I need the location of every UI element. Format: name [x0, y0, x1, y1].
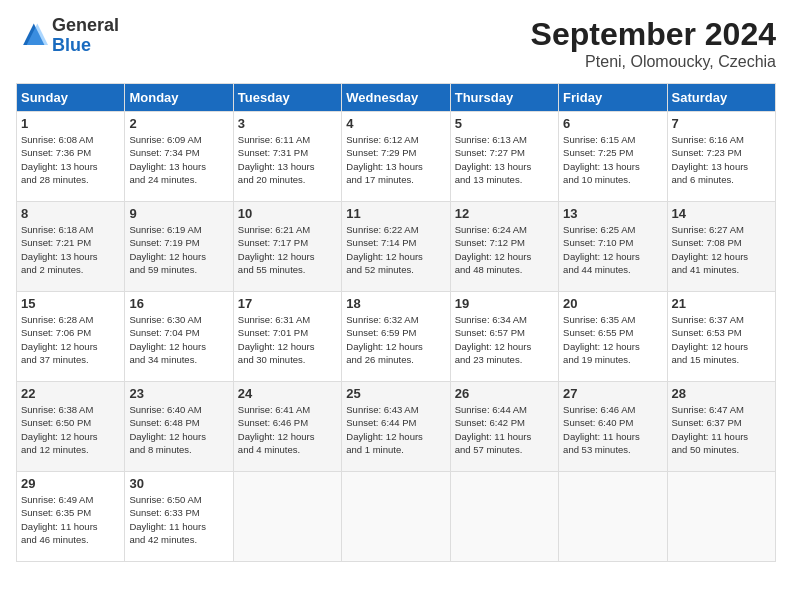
calendar-cell: 11Sunrise: 6:22 AM Sunset: 7:14 PM Dayli… — [342, 202, 450, 292]
calendar-cell: 16Sunrise: 6:30 AM Sunset: 7:04 PM Dayli… — [125, 292, 233, 382]
col-saturday: Saturday — [667, 84, 775, 112]
day-number: 19 — [455, 296, 554, 311]
day-number: 7 — [672, 116, 771, 131]
logo-icon — [16, 20, 48, 52]
location-title: Pteni, Olomoucky, Czechia — [531, 53, 776, 71]
day-info: Sunrise: 6:32 AM Sunset: 6:59 PM Dayligh… — [346, 313, 445, 366]
day-info: Sunrise: 6:50 AM Sunset: 6:33 PM Dayligh… — [129, 493, 228, 546]
calendar-cell: 9Sunrise: 6:19 AM Sunset: 7:19 PM Daylig… — [125, 202, 233, 292]
calendar-cell: 3Sunrise: 6:11 AM Sunset: 7:31 PM Daylig… — [233, 112, 341, 202]
col-friday: Friday — [559, 84, 667, 112]
day-info: Sunrise: 6:16 AM Sunset: 7:23 PM Dayligh… — [672, 133, 771, 186]
col-sunday: Sunday — [17, 84, 125, 112]
day-number: 4 — [346, 116, 445, 131]
day-number: 27 — [563, 386, 662, 401]
calendar-cell: 10Sunrise: 6:21 AM Sunset: 7:17 PM Dayli… — [233, 202, 341, 292]
calendar-row: 22Sunrise: 6:38 AM Sunset: 6:50 PM Dayli… — [17, 382, 776, 472]
day-info: Sunrise: 6:37 AM Sunset: 6:53 PM Dayligh… — [672, 313, 771, 366]
calendar-cell: 15Sunrise: 6:28 AM Sunset: 7:06 PM Dayli… — [17, 292, 125, 382]
calendar-cell: 14Sunrise: 6:27 AM Sunset: 7:08 PM Dayli… — [667, 202, 775, 292]
calendar-cell: 13Sunrise: 6:25 AM Sunset: 7:10 PM Dayli… — [559, 202, 667, 292]
calendar-cell: 30Sunrise: 6:50 AM Sunset: 6:33 PM Dayli… — [125, 472, 233, 562]
day-number: 2 — [129, 116, 228, 131]
calendar-cell: 5Sunrise: 6:13 AM Sunset: 7:27 PM Daylig… — [450, 112, 558, 202]
calendar-cell: 24Sunrise: 6:41 AM Sunset: 6:46 PM Dayli… — [233, 382, 341, 472]
day-info: Sunrise: 6:21 AM Sunset: 7:17 PM Dayligh… — [238, 223, 337, 276]
calendar-cell — [450, 472, 558, 562]
day-info: Sunrise: 6:22 AM Sunset: 7:14 PM Dayligh… — [346, 223, 445, 276]
calendar-cell: 1Sunrise: 6:08 AM Sunset: 7:36 PM Daylig… — [17, 112, 125, 202]
day-info: Sunrise: 6:08 AM Sunset: 7:36 PM Dayligh… — [21, 133, 120, 186]
day-number: 5 — [455, 116, 554, 131]
day-info: Sunrise: 6:28 AM Sunset: 7:06 PM Dayligh… — [21, 313, 120, 366]
day-number: 29 — [21, 476, 120, 491]
calendar-cell: 17Sunrise: 6:31 AM Sunset: 7:01 PM Dayli… — [233, 292, 341, 382]
day-number: 24 — [238, 386, 337, 401]
calendar-cell: 29Sunrise: 6:49 AM Sunset: 6:35 PM Dayli… — [17, 472, 125, 562]
day-info: Sunrise: 6:35 AM Sunset: 6:55 PM Dayligh… — [563, 313, 662, 366]
day-number: 16 — [129, 296, 228, 311]
calendar-cell: 21Sunrise: 6:37 AM Sunset: 6:53 PM Dayli… — [667, 292, 775, 382]
day-number: 28 — [672, 386, 771, 401]
day-info: Sunrise: 6:38 AM Sunset: 6:50 PM Dayligh… — [21, 403, 120, 456]
calendar-row: 15Sunrise: 6:28 AM Sunset: 7:06 PM Dayli… — [17, 292, 776, 382]
calendar-cell: 25Sunrise: 6:43 AM Sunset: 6:44 PM Dayli… — [342, 382, 450, 472]
day-info: Sunrise: 6:46 AM Sunset: 6:40 PM Dayligh… — [563, 403, 662, 456]
calendar-cell — [342, 472, 450, 562]
day-number: 30 — [129, 476, 228, 491]
calendar-row: 1Sunrise: 6:08 AM Sunset: 7:36 PM Daylig… — [17, 112, 776, 202]
calendar-row: 8Sunrise: 6:18 AM Sunset: 7:21 PM Daylig… — [17, 202, 776, 292]
day-info: Sunrise: 6:09 AM Sunset: 7:34 PM Dayligh… — [129, 133, 228, 186]
day-number: 14 — [672, 206, 771, 221]
col-tuesday: Tuesday — [233, 84, 341, 112]
day-info: Sunrise: 6:49 AM Sunset: 6:35 PM Dayligh… — [21, 493, 120, 546]
day-number: 15 — [21, 296, 120, 311]
day-info: Sunrise: 6:15 AM Sunset: 7:25 PM Dayligh… — [563, 133, 662, 186]
day-info: Sunrise: 6:44 AM Sunset: 6:42 PM Dayligh… — [455, 403, 554, 456]
day-number: 22 — [21, 386, 120, 401]
calendar-cell: 7Sunrise: 6:16 AM Sunset: 7:23 PM Daylig… — [667, 112, 775, 202]
day-info: Sunrise: 6:34 AM Sunset: 6:57 PM Dayligh… — [455, 313, 554, 366]
calendar-cell: 20Sunrise: 6:35 AM Sunset: 6:55 PM Dayli… — [559, 292, 667, 382]
calendar-table: Sunday Monday Tuesday Wednesday Thursday… — [16, 83, 776, 562]
page-header: General Blue September 2024 Pteni, Olomo… — [16, 16, 776, 71]
day-number: 25 — [346, 386, 445, 401]
calendar-cell: 26Sunrise: 6:44 AM Sunset: 6:42 PM Dayli… — [450, 382, 558, 472]
calendar-cell — [667, 472, 775, 562]
calendar-cell: 19Sunrise: 6:34 AM Sunset: 6:57 PM Dayli… — [450, 292, 558, 382]
col-wednesday: Wednesday — [342, 84, 450, 112]
day-number: 21 — [672, 296, 771, 311]
day-info: Sunrise: 6:25 AM Sunset: 7:10 PM Dayligh… — [563, 223, 662, 276]
logo-general-text: General — [52, 15, 119, 35]
calendar-cell: 22Sunrise: 6:38 AM Sunset: 6:50 PM Dayli… — [17, 382, 125, 472]
day-info: Sunrise: 6:30 AM Sunset: 7:04 PM Dayligh… — [129, 313, 228, 366]
col-monday: Monday — [125, 84, 233, 112]
day-number: 23 — [129, 386, 228, 401]
calendar-cell: 2Sunrise: 6:09 AM Sunset: 7:34 PM Daylig… — [125, 112, 233, 202]
day-info: Sunrise: 6:41 AM Sunset: 6:46 PM Dayligh… — [238, 403, 337, 456]
day-number: 18 — [346, 296, 445, 311]
calendar-cell — [559, 472, 667, 562]
day-number: 6 — [563, 116, 662, 131]
logo: General Blue — [16, 16, 119, 56]
calendar-cell: 18Sunrise: 6:32 AM Sunset: 6:59 PM Dayli… — [342, 292, 450, 382]
day-info: Sunrise: 6:12 AM Sunset: 7:29 PM Dayligh… — [346, 133, 445, 186]
day-info: Sunrise: 6:31 AM Sunset: 7:01 PM Dayligh… — [238, 313, 337, 366]
day-info: Sunrise: 6:43 AM Sunset: 6:44 PM Dayligh… — [346, 403, 445, 456]
day-number: 20 — [563, 296, 662, 311]
day-info: Sunrise: 6:40 AM Sunset: 6:48 PM Dayligh… — [129, 403, 228, 456]
calendar-header-row: Sunday Monday Tuesday Wednesday Thursday… — [17, 84, 776, 112]
day-number: 3 — [238, 116, 337, 131]
calendar-cell — [233, 472, 341, 562]
day-info: Sunrise: 6:47 AM Sunset: 6:37 PM Dayligh… — [672, 403, 771, 456]
day-info: Sunrise: 6:18 AM Sunset: 7:21 PM Dayligh… — [21, 223, 120, 276]
calendar-cell: 27Sunrise: 6:46 AM Sunset: 6:40 PM Dayli… — [559, 382, 667, 472]
col-thursday: Thursday — [450, 84, 558, 112]
logo-blue-text: Blue — [52, 35, 91, 55]
calendar-cell: 12Sunrise: 6:24 AM Sunset: 7:12 PM Dayli… — [450, 202, 558, 292]
day-info: Sunrise: 6:13 AM Sunset: 7:27 PM Dayligh… — [455, 133, 554, 186]
day-number: 1 — [21, 116, 120, 131]
title-block: September 2024 Pteni, Olomoucky, Czechia — [531, 16, 776, 71]
month-title: September 2024 — [531, 16, 776, 53]
calendar-cell: 4Sunrise: 6:12 AM Sunset: 7:29 PM Daylig… — [342, 112, 450, 202]
